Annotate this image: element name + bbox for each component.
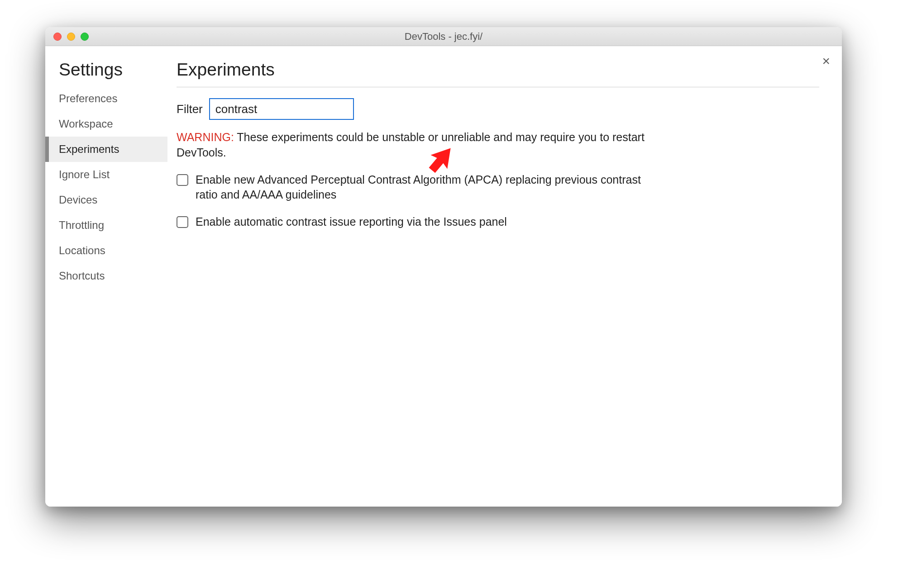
warning-body: These experiments could be unstable or u… (177, 131, 645, 159)
experiment-row-apca: Enable new Advanced Perceptual Contrast … (177, 172, 665, 203)
experiment-label: Enable automatic contrast issue reportin… (196, 214, 507, 230)
close-icon[interactable]: × (822, 54, 830, 68)
window-titlebar: DevTools - jec.fyi/ (45, 27, 842, 46)
sidebar-item-experiments[interactable]: Experiments (45, 137, 167, 162)
settings-panel: × Settings Preferences Workspace Experim… (45, 46, 842, 507)
settings-main: Experiments Filter WARNING: These experi… (167, 46, 842, 507)
divider (177, 87, 819, 87)
filter-input[interactable] (209, 98, 354, 120)
experiment-label: Enable new Advanced Perceptual Contrast … (196, 172, 665, 203)
sidebar-item-locations[interactable]: Locations (45, 238, 167, 263)
close-window-button[interactable] (53, 33, 62, 41)
window-title: DevTools - jec.fyi/ (405, 31, 482, 43)
sidebar-item-preferences[interactable]: Preferences (45, 86, 167, 111)
settings-sidebar: Settings Preferences Workspace Experimen… (45, 46, 167, 507)
sidebar-item-throttling[interactable]: Throttling (45, 213, 167, 238)
experiment-row-contrast-issues: Enable automatic contrast issue reportin… (177, 214, 665, 230)
sidebar-title: Settings (45, 60, 167, 86)
warning-text: WARNING: These experiments could be unst… (177, 130, 665, 161)
sidebar-item-ignore-list[interactable]: Ignore List (45, 162, 167, 187)
maximize-window-button[interactable] (81, 33, 89, 41)
filter-label: Filter (177, 102, 203, 116)
minimize-window-button[interactable] (67, 33, 75, 41)
filter-row: Filter (177, 98, 819, 120)
experiment-checkbox-contrast-issues[interactable] (177, 216, 188, 228)
page-title: Experiments (177, 60, 819, 87)
sidebar-item-shortcuts[interactable]: Shortcuts (45, 263, 167, 289)
traffic-lights (45, 33, 89, 41)
sidebar-item-workspace[interactable]: Workspace (45, 111, 167, 137)
warning-prefix: WARNING: (177, 131, 234, 143)
devtools-window: DevTools - jec.fyi/ × Settings Preferenc… (45, 27, 842, 507)
sidebar-item-devices[interactable]: Devices (45, 187, 167, 213)
experiment-checkbox-apca[interactable] (177, 174, 188, 186)
